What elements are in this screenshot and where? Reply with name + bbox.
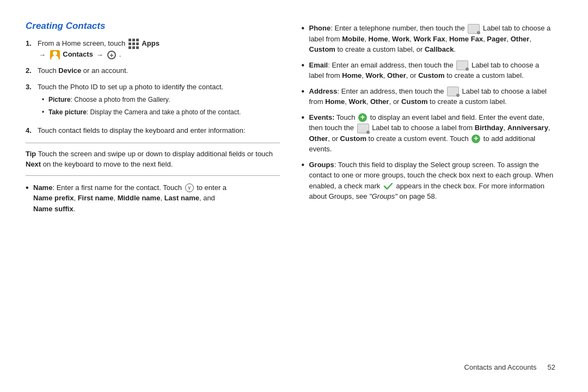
events-bullet-dot: •: [302, 112, 309, 124]
picture-text: Picture: Choose a photo from the Gallery…: [48, 95, 170, 105]
step-2-content: Touch Device or an account.: [38, 65, 280, 76]
phone-bullet-dot: •: [302, 23, 309, 34]
address-bullet: • Address: Enter an address, then touch …: [302, 86, 556, 107]
name-bullet-content: Name: Enter a first name for the contact…: [33, 182, 280, 215]
step-1: 1. From a Home screen, touch Apps → Cont…: [26, 38, 280, 60]
chevron-down-icon: [185, 183, 194, 192]
footer-page: 52: [548, 363, 555, 371]
footer: Contacts and Accounts 52: [26, 363, 555, 371]
tip-box: Tip Touch the screen and swipe up or dow…: [26, 143, 280, 176]
step-4: 4. Touch contact fields to display the k…: [26, 125, 280, 136]
step-2: 2. Touch Device or an account.: [26, 65, 280, 76]
content-area: Creating Contacts 1. From a Home screen,…: [26, 21, 555, 358]
bullet-dot-2: •: [42, 108, 48, 117]
events-bullet-content: Events: Touch + to display an event labe…: [309, 112, 556, 155]
picture-bullet: • Picture: Choose a photo from the Galle…: [42, 95, 280, 105]
events-label-btn: [357, 124, 369, 133]
name-section: • Name: Enter a first name for the conta…: [26, 182, 280, 215]
step-4-content: Touch contact fields to display the keyb…: [38, 125, 280, 136]
step-3: 3. Touch the Photo ID to set up a photo …: [26, 82, 280, 120]
phone-bullet-content: Phone: Enter a telephone number, then to…: [309, 23, 556, 55]
events-bullet: • Events: Touch + to display an event la…: [302, 112, 556, 155]
name-bullet: • Name: Enter a first name for the conta…: [26, 182, 280, 215]
name-bullet-dot: •: [26, 182, 33, 194]
groups-bullet-content: Groups: Touch this field to display the …: [309, 160, 556, 202]
step-4-num: 4.: [26, 125, 38, 136]
left-column: Creating Contacts 1. From a Home screen,…: [26, 21, 280, 358]
bullet-dot: •: [42, 95, 48, 105]
step-3-num: 3.: [26, 82, 38, 120]
arrow-1: →: [39, 50, 46, 60]
footer-label: Contacts and Accounts: [464, 363, 537, 371]
checkmark-icon: [383, 182, 393, 191]
phone-bullet: • Phone: Enter a telephone number, then …: [302, 23, 556, 55]
events-add-icon: +: [471, 134, 480, 143]
step-3-content: Touch the Photo ID to set up a photo to …: [38, 82, 280, 120]
step-1-content: From a Home screen, touch Apps → Contact…: [38, 38, 280, 60]
email-label-btn: [456, 60, 468, 70]
section-title: Creating Contacts: [26, 21, 280, 32]
contacts-icon: [50, 50, 60, 60]
take-picture-bullet: • Take picture: Display the Camera and t…: [42, 108, 280, 117]
take-picture-text: Take picture: Display the Camera and tak…: [48, 108, 241, 117]
address-bullet-content: Address: Enter an address, then touch th…: [309, 86, 556, 107]
step-2-num: 2.: [26, 65, 38, 76]
groups-bullet: • Groups: Touch this field to display th…: [302, 160, 556, 202]
apps-icon: [128, 39, 139, 49]
address-label-btn: [447, 87, 459, 96]
right-column: • Phone: Enter a telephone number, then …: [302, 21, 556, 358]
events-plus-icon: +: [358, 113, 367, 122]
plus-icon: [107, 51, 116, 59]
step-3-bullets: • Picture: Choose a photo from the Galle…: [42, 95, 280, 117]
groups-bullet-dot: •: [302, 160, 309, 171]
email-bullet-dot: •: [302, 60, 309, 71]
email-bullet-content: Email: Enter an email address, then touc…: [309, 60, 556, 81]
page: Creating Contacts 1. From a Home screen,…: [0, 0, 588, 392]
address-bullet-dot: •: [302, 86, 309, 97]
email-bullet: • Email: Enter an email address, then to…: [302, 60, 556, 81]
arrow-2: →: [96, 50, 103, 60]
phone-label-btn: [468, 24, 480, 34]
step-1-num: 1.: [26, 38, 38, 60]
